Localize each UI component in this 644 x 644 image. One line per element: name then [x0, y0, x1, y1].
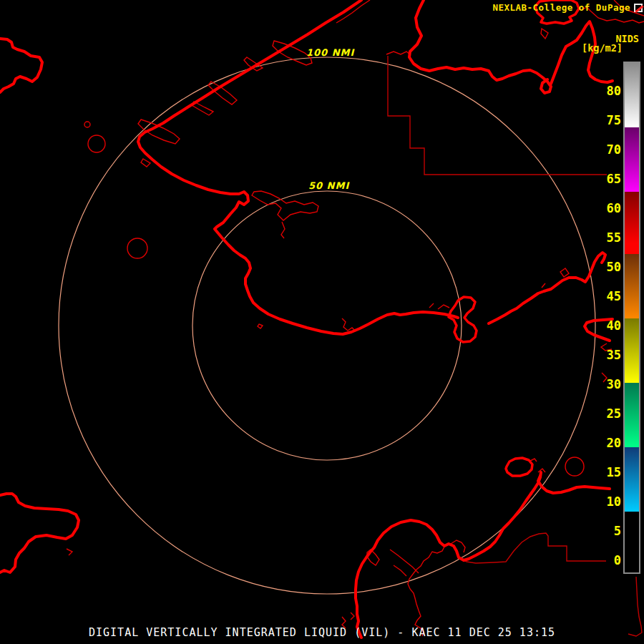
legend-title-block: NIDS [kg/m2]	[582, 34, 639, 52]
legend-tick-65: 65	[595, 172, 621, 185]
blob-wetland-1	[390, 550, 419, 573]
coastlines	[0, 0, 613, 638]
status-caption: DIGITAL VERTICALLY INTEGRATED LIQUID (VI…	[0, 626, 644, 639]
lake-circle-right	[565, 457, 584, 476]
legend-units: [kg/m2]	[582, 44, 639, 52]
lagoon-left-of-coast	[386, 52, 410, 54]
ring-50nmi	[192, 191, 462, 460]
map-canvas	[0, 0, 644, 644]
estuary-1	[342, 318, 356, 331]
lake-circle-left-upper	[88, 135, 105, 152]
tiny-island	[258, 324, 263, 328]
boundary-bottomright-steps	[459, 533, 606, 563]
coast-bottom-blob	[356, 494, 531, 638]
coast-south-blob	[449, 297, 477, 342]
lagoon-3	[141, 159, 150, 167]
legend-tick-15: 15	[595, 466, 621, 479]
ring-label-50nmi: 50 NMI	[308, 180, 349, 191]
lake-circle-left-lower	[127, 238, 147, 258]
lake-dot	[84, 122, 90, 127]
blob-river	[408, 545, 445, 636]
legend-tick-20: 20	[595, 436, 621, 449]
legend-tick-45: 45	[595, 290, 621, 303]
coast-bottomleft	[0, 494, 79, 572]
header: NEXLAB-College of DuPage	[492, 2, 643, 13]
header-title: NEXLAB-College of DuPage	[492, 2, 630, 13]
college-of-dupage-logo-icon	[634, 4, 643, 12]
estuary-2	[429, 303, 449, 309]
legend-tick-70: 70	[595, 143, 621, 156]
ne-line-loop	[560, 268, 569, 277]
radar-display: 80757065605550454035302520151050 NEXLAB-…	[0, 0, 644, 644]
central-bay-hook	[281, 222, 285, 238]
blob-wetland-2	[394, 565, 406, 576]
topright-inlet	[541, 29, 548, 39]
coast-topright-main	[409, 0, 551, 93]
legend-tick-60: 60	[595, 202, 621, 215]
legend-tick-30: 30	[595, 378, 621, 391]
coast-topleft-corner	[0, 39, 42, 92]
legend-tick-5: 5	[595, 525, 621, 537]
legend-tick-55: 55	[595, 231, 621, 244]
legend-tick-50: 50	[595, 260, 621, 273]
ne-line-tick	[542, 283, 545, 288]
central-bay	[252, 191, 318, 220]
legend-tick-80: 80	[595, 84, 621, 97]
barrier-inner-1	[336, 0, 370, 23]
bottomleft-tick	[67, 549, 72, 555]
legend-tick-10: 10	[595, 495, 621, 508]
legend-tick-75: 75	[595, 114, 621, 127]
ring-label-100nmi: 100 NMI	[306, 47, 354, 58]
legend-tick-25: 25	[595, 407, 621, 420]
reflectivity-colorbar	[623, 62, 640, 574]
boundary-topright-steps	[388, 56, 607, 175]
blob-squiggle-2	[351, 613, 354, 620]
legend-tick-35: 35	[595, 348, 621, 361]
legend-tick-40: 40	[595, 319, 621, 332]
coast-thick-oval	[506, 458, 532, 476]
coastline-detail	[67, 0, 644, 636]
legend-tick-0: 0	[595, 554, 621, 567]
